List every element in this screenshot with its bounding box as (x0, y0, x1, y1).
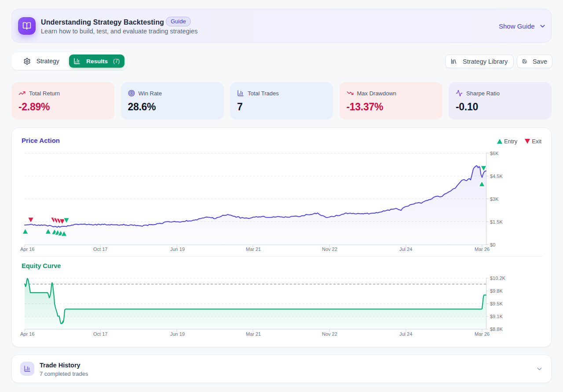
svg-text:Mar 26: Mar 26 (475, 331, 490, 337)
svg-text:$3K: $3K (490, 196, 499, 202)
svg-text:$10.2K: $10.2K (490, 276, 506, 281)
svg-text:Oct 17: Oct 17 (93, 331, 107, 337)
svg-text:Mar 21: Mar 21 (246, 331, 261, 337)
svg-text:Jul 24: Jul 24 (399, 331, 412, 337)
svg-text:$6K: $6K (490, 151, 499, 156)
svg-text:Oct 17: Oct 17 (93, 247, 107, 252)
svg-text:$9.1K: $9.1K (490, 314, 503, 319)
svg-text:$8.8K: $8.8K (490, 327, 503, 332)
svg-text:Jun 19: Jun 19 (170, 331, 185, 337)
svg-text:Jul 24: Jul 24 (399, 247, 412, 252)
svg-text:Nov 22: Nov 22 (322, 247, 337, 252)
svg-text:Mar 26: Mar 26 (475, 247, 490, 252)
svg-text:$4.5K: $4.5K (490, 174, 503, 179)
svg-text:$9.8K: $9.8K (490, 288, 503, 294)
svg-text:Apr 16: Apr 16 (20, 331, 34, 337)
svg-text:Apr 16: Apr 16 (20, 247, 34, 252)
svg-text:Nov 22: Nov 22 (322, 331, 337, 337)
svg-text:Mar 21: Mar 21 (246, 247, 261, 252)
svg-text:$1.5K: $1.5K (490, 219, 503, 225)
svg-text:$0: $0 (490, 242, 495, 247)
svg-text:$9.5K: $9.5K (490, 301, 503, 306)
svg-text:Jun 19: Jun 19 (170, 247, 185, 252)
